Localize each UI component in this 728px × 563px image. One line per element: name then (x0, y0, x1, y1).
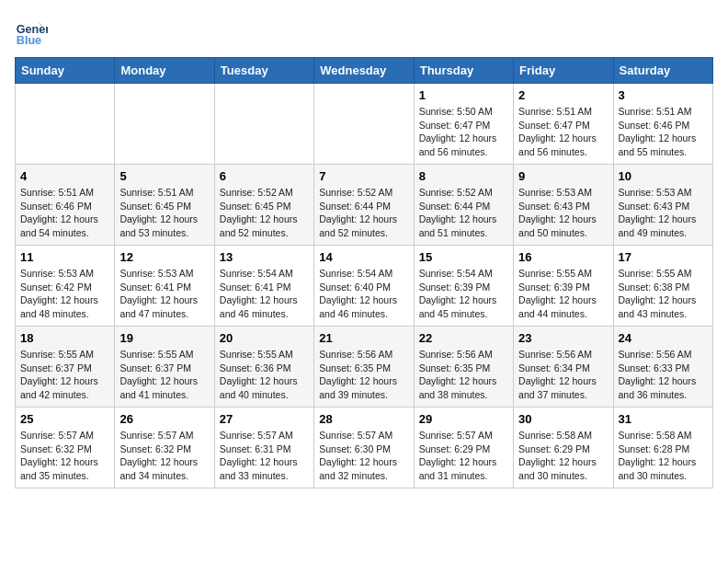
day-cell (314, 84, 414, 165)
day-info: Sunrise: 5:54 AMSunset: 6:41 PMDaylight:… (220, 267, 309, 321)
day-cell: 12Sunrise: 5:53 AMSunset: 6:41 PMDayligh… (115, 246, 214, 327)
day-cell (16, 84, 115, 165)
calendar-table: SundayMondayTuesdayWednesdayThursdayFrid… (15, 57, 713, 488)
day-cell: 30Sunrise: 5:58 AMSunset: 6:29 PMDayligh… (514, 408, 613, 488)
day-cell: 10Sunrise: 5:53 AMSunset: 6:43 PMDayligh… (613, 165, 712, 246)
day-number: 8 (419, 169, 508, 183)
day-number: 18 (20, 331, 109, 345)
day-cell: 14Sunrise: 5:54 AMSunset: 6:40 PMDayligh… (314, 246, 414, 327)
day-number: 25 (20, 412, 109, 426)
day-cell: 16Sunrise: 5:55 AMSunset: 6:39 PMDayligh… (514, 246, 613, 327)
day-cell: 20Sunrise: 5:55 AMSunset: 6:36 PMDayligh… (214, 327, 313, 408)
day-cell: 7Sunrise: 5:52 AMSunset: 6:44 PMDaylight… (314, 165, 414, 246)
day-info: Sunrise: 5:55 AMSunset: 6:38 PMDaylight:… (619, 267, 708, 321)
day-info: Sunrise: 5:52 AMSunset: 6:44 PMDaylight:… (419, 186, 508, 240)
day-number: 4 (20, 169, 109, 183)
day-info: Sunrise: 5:57 AMSunset: 6:32 PMDaylight:… (20, 429, 109, 483)
page-header: General Blue (15, 15, 713, 48)
day-cell: 22Sunrise: 5:56 AMSunset: 6:35 PMDayligh… (414, 327, 513, 408)
week-row-1: 1Sunrise: 5:50 AMSunset: 6:47 PMDaylight… (16, 84, 713, 165)
day-number: 21 (319, 331, 408, 345)
day-cell: 29Sunrise: 5:57 AMSunset: 6:29 PMDayligh… (414, 408, 513, 488)
day-info: Sunrise: 5:51 AMSunset: 6:46 PMDaylight:… (619, 105, 708, 159)
day-number: 17 (619, 250, 708, 264)
day-info: Sunrise: 5:56 AMSunset: 6:35 PMDaylight:… (419, 348, 508, 402)
day-info: Sunrise: 5:56 AMSunset: 6:35 PMDaylight:… (319, 348, 408, 402)
day-info: Sunrise: 5:56 AMSunset: 6:33 PMDaylight:… (619, 348, 708, 402)
day-info: Sunrise: 5:53 AMSunset: 6:41 PMDaylight:… (119, 267, 209, 321)
day-number: 13 (220, 250, 309, 264)
day-number: 20 (220, 331, 309, 345)
day-number: 12 (119, 250, 209, 264)
day-cell: 3Sunrise: 5:51 AMSunset: 6:46 PMDaylight… (613, 84, 712, 165)
day-number: 1 (419, 88, 508, 102)
day-number: 3 (619, 88, 708, 102)
day-number: 2 (518, 88, 608, 102)
day-header-tuesday: Tuesday (214, 58, 313, 84)
day-cell: 9Sunrise: 5:53 AMSunset: 6:43 PMDaylight… (514, 165, 613, 246)
day-number: 15 (419, 250, 508, 264)
day-number: 31 (619, 412, 708, 426)
day-info: Sunrise: 5:57 AMSunset: 6:31 PMDaylight:… (220, 429, 309, 483)
day-cell (115, 84, 214, 165)
day-number: 27 (220, 412, 309, 426)
day-info: Sunrise: 5:55 AMSunset: 6:36 PMDaylight:… (220, 348, 309, 402)
day-info: Sunrise: 5:55 AMSunset: 6:37 PMDaylight:… (119, 348, 209, 402)
day-info: Sunrise: 5:51 AMSunset: 6:46 PMDaylight:… (20, 186, 109, 240)
day-info: Sunrise: 5:50 AMSunset: 6:47 PMDaylight:… (419, 105, 508, 159)
day-cell: 15Sunrise: 5:54 AMSunset: 6:39 PMDayligh… (414, 246, 513, 327)
day-number: 26 (119, 412, 209, 426)
day-cell: 27Sunrise: 5:57 AMSunset: 6:31 PMDayligh… (214, 408, 313, 488)
week-row-5: 25Sunrise: 5:57 AMSunset: 6:32 PMDayligh… (16, 408, 713, 488)
day-number: 28 (319, 412, 408, 426)
day-info: Sunrise: 5:54 AMSunset: 6:39 PMDaylight:… (419, 267, 508, 321)
day-cell: 18Sunrise: 5:55 AMSunset: 6:37 PMDayligh… (16, 327, 115, 408)
day-info: Sunrise: 5:53 AMSunset: 6:43 PMDaylight:… (619, 186, 708, 240)
day-cell: 2Sunrise: 5:51 AMSunset: 6:47 PMDaylight… (514, 84, 613, 165)
day-number: 6 (220, 169, 309, 183)
day-header-monday: Monday (115, 58, 214, 84)
day-cell: 17Sunrise: 5:55 AMSunset: 6:38 PMDayligh… (613, 246, 712, 327)
day-number: 7 (319, 169, 408, 183)
week-row-2: 4Sunrise: 5:51 AMSunset: 6:46 PMDaylight… (16, 165, 713, 246)
day-info: Sunrise: 5:54 AMSunset: 6:40 PMDaylight:… (319, 267, 408, 321)
day-info: Sunrise: 5:56 AMSunset: 6:34 PMDaylight:… (518, 348, 608, 402)
day-cell: 31Sunrise: 5:58 AMSunset: 6:28 PMDayligh… (613, 408, 712, 488)
day-info: Sunrise: 5:53 AMSunset: 6:43 PMDaylight:… (518, 186, 608, 240)
day-cell: 1Sunrise: 5:50 AMSunset: 6:47 PMDaylight… (414, 84, 513, 165)
day-info: Sunrise: 5:51 AMSunset: 6:47 PMDaylight:… (518, 105, 608, 159)
day-cell: 8Sunrise: 5:52 AMSunset: 6:44 PMDaylight… (414, 165, 513, 246)
day-header-friday: Friday (514, 58, 613, 84)
day-number: 14 (319, 250, 408, 264)
day-header-saturday: Saturday (613, 58, 712, 84)
day-cell: 24Sunrise: 5:56 AMSunset: 6:33 PMDayligh… (613, 327, 712, 408)
day-header-thursday: Thursday (414, 58, 513, 84)
day-info: Sunrise: 5:52 AMSunset: 6:45 PMDaylight:… (220, 186, 309, 240)
day-number: 10 (619, 169, 708, 183)
day-info: Sunrise: 5:57 AMSunset: 6:29 PMDaylight:… (419, 429, 508, 483)
week-row-4: 18Sunrise: 5:55 AMSunset: 6:37 PMDayligh… (16, 327, 713, 408)
day-cell (214, 84, 313, 165)
day-cell: 28Sunrise: 5:57 AMSunset: 6:30 PMDayligh… (314, 408, 414, 488)
day-number: 24 (619, 331, 708, 345)
day-number: 23 (518, 331, 608, 345)
day-info: Sunrise: 5:57 AMSunset: 6:30 PMDaylight:… (319, 429, 408, 483)
day-info: Sunrise: 5:53 AMSunset: 6:42 PMDaylight:… (20, 267, 109, 321)
day-number: 11 (20, 250, 109, 264)
day-number: 30 (518, 412, 608, 426)
logo: General Blue (15, 15, 51, 48)
day-info: Sunrise: 5:58 AMSunset: 6:29 PMDaylight:… (518, 429, 608, 483)
day-info: Sunrise: 5:52 AMSunset: 6:44 PMDaylight:… (319, 186, 408, 240)
day-number: 22 (419, 331, 508, 345)
day-number: 19 (119, 331, 209, 345)
day-cell: 4Sunrise: 5:51 AMSunset: 6:46 PMDaylight… (16, 165, 115, 246)
day-cell: 21Sunrise: 5:56 AMSunset: 6:35 PMDayligh… (314, 327, 414, 408)
svg-text:Blue: Blue (17, 34, 41, 47)
day-header-wednesday: Wednesday (314, 58, 414, 84)
day-info: Sunrise: 5:57 AMSunset: 6:32 PMDaylight:… (119, 429, 209, 483)
day-cell: 19Sunrise: 5:55 AMSunset: 6:37 PMDayligh… (115, 327, 214, 408)
day-number: 16 (518, 250, 608, 264)
day-cell: 11Sunrise: 5:53 AMSunset: 6:42 PMDayligh… (16, 246, 115, 327)
day-info: Sunrise: 5:51 AMSunset: 6:45 PMDaylight:… (119, 186, 209, 240)
day-cell: 23Sunrise: 5:56 AMSunset: 6:34 PMDayligh… (514, 327, 613, 408)
